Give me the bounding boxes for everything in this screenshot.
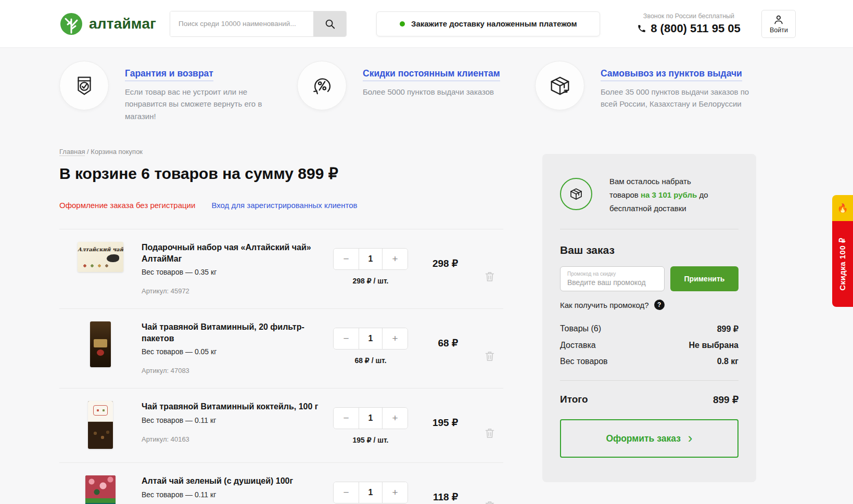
quantity-plus-button[interactable]: + [383,328,408,349]
package-artwork [93,405,108,416]
trash-icon [485,500,495,504]
package-contents [91,429,110,445]
login-button[interactable]: Войти [761,10,796,38]
breadcrumb-home[interactable]: Главная [59,148,85,156]
product-name[interactable]: Чай травяной Витаминный, 20 фильтр-пакет… [142,321,322,344]
registered-login-link[interactable]: Вход для зарегистрированных клиентов [211,201,357,210]
logo-text: алтаймаг [89,16,156,32]
product-image-1[interactable]: Алтайский чай [78,242,123,272]
percent-refresh-icon [297,61,347,110]
product-name[interactable]: Алтай чай зеленый (с душицей) 100г [142,475,322,487]
guest-checkout-link[interactable]: Оформление заказа без регистрации [59,201,195,210]
search-button[interactable] [313,11,346,36]
package-artwork [85,475,116,498]
quantity-minus-button[interactable]: − [334,408,359,429]
remove-item-button[interactable] [485,418,495,449]
product-sku: Артикул: 47083 [142,367,322,374]
unit-price: 298 ₽ / шт. [333,277,408,285]
trash-icon [485,271,495,282]
free-delivery-text: Вам осталось набрать товаров на 3 101 ру… [609,175,721,215]
quantity-value: 1 [359,249,383,269]
product-sku: Артикул: 45972 [142,287,322,295]
promo-input[interactable] [567,278,657,287]
order-summary-panel: Вам осталось набрать товаров на 3 101 ру… [542,154,756,482]
feature-pickup-link[interactable]: Самовывоз из пунктов выдачи [601,68,742,81]
shield-check-icon [59,61,109,110]
quantity-minus-button[interactable]: − [334,249,359,269]
header: алтаймаг Закажите доставку наложенным пл… [0,0,853,48]
product-weight: Вес товаров — 0.05 кг [142,347,322,356]
promo-field[interactable]: Промокод на скидку [560,266,665,291]
cod-delivery-notice[interactable]: Закажите доставку наложенным платежом [376,11,600,36]
promo-help: Как получить промокод? ? [560,300,739,310]
product-image-3[interactable] [88,401,113,449]
login-label: Войти [770,27,788,34]
free-delivery-amount: на 3 101 рубль [641,190,697,199]
apply-promo-button[interactable]: Применить [670,266,739,291]
auth-links: Оформление заказа без регистрации Вход д… [59,201,357,210]
breadcrumb-separator: / [87,148,89,156]
unit-price: 68 ₽ / шт. [333,356,408,365]
quantity-minus-button[interactable]: − [334,328,359,349]
summary-value: Не выбрана [689,341,739,350]
summary-row-delivery: Доставка Не выбрана [560,341,739,350]
search-bar [170,11,347,37]
cart-list: Алтайский чай Подарочный набор чая «Алта… [59,229,503,504]
product-image-2[interactable] [90,321,111,367]
phone-note: Звонок по России бесплатный [632,12,745,20]
quantity-plus-button[interactable]: + [383,408,408,429]
total-value: 899 ₽ [713,394,739,406]
total-row: Итого 899 ₽ [560,394,739,406]
feature-warranty: Гарантия и возврат Если товар вас не уст… [59,61,297,122]
feature-discounts: Скидки постоянным клиентам Более 5000 пу… [297,61,535,122]
remove-item-button[interactable] [485,259,495,295]
logo[interactable]: алтаймаг [59,12,170,36]
product-image-1-text: Алтайский чай [78,247,123,252]
quantity-minus-button[interactable]: − [334,482,359,503]
cart-row-1: Алтайский чай Подарочный набор чая «Алта… [59,229,503,308]
divider [560,380,739,381]
features-row: Гарантия и возврат Если товар вас не уст… [59,61,759,122]
phone-icon [637,24,646,33]
quantity-stepper: − 1 + [333,328,408,350]
discount-side-banner[interactable]: 🔥 Скидка 100 ₽ [832,195,853,307]
summary-label: Вес товаров [560,357,608,366]
remove-item-button[interactable] [485,338,495,374]
promo-field-label: Промокод на скидку [567,271,657,277]
feature-discounts-link[interactable]: Скидки постоянным клиентам [363,68,500,81]
package-artwork [97,350,104,356]
product-weight: Вес товаров — 0.11 кг [142,490,322,499]
line-total: 118 ₽ [406,475,463,504]
promo-help-text[interactable]: Как получить промокод? [560,301,649,309]
quantity-plus-button[interactable]: + [383,249,408,269]
quantity-plus-button[interactable]: + [383,482,408,503]
phone-link[interactable]: 8 (800) 511 95 05 [632,22,745,35]
feature-warranty-desc: Если товар вас не устроит или не понрави… [125,86,281,122]
fire-icon: 🔥 [832,195,853,221]
breadcrumb: Главная / Корзина покупок [59,148,143,156]
unit-price: 195 ₽ / шт. [333,436,408,444]
question-mark-icon[interactable]: ? [654,300,665,310]
quantity-stepper: − 1 + [333,248,408,270]
summary-rows: Товары (6) 899 ₽ Доставка Не выбрана Вес… [560,324,739,366]
checkout-button[interactable]: Оформить заказ › [560,419,739,458]
product-image-4[interactable]: ЧАЙ [85,475,116,504]
page-title: В корзине 6 товаров на сумму 899 ₽ [59,164,338,183]
feature-discounts-desc: Более 5000 пунктов выдачи заказов [363,86,500,98]
trash-icon [485,428,495,439]
search-input[interactable] [170,11,313,36]
feature-warranty-link[interactable]: Гарантия и возврат [125,68,213,81]
package-label [94,339,107,347]
summary-row-items: Товары (6) 899 ₽ [560,324,739,334]
quantity-value: 1 [359,408,383,429]
package-strip [85,498,116,503]
remove-item-button[interactable] [485,492,495,504]
summary-value: 899 ₽ [717,324,739,334]
quantity-stepper: − 1 + [333,407,408,429]
summary-label: Доставка [560,341,596,350]
product-name[interactable]: Подарочный набор чая «Алтайский чай» Алт… [142,242,322,264]
status-dot-icon [400,21,405,27]
quantity-value: 1 [359,482,383,503]
feature-pickup-desc: Более 35 000 пунктов выдачи заказов по в… [601,86,759,110]
product-name[interactable]: Чай травяной Витаминный коктейль, 100 г [142,401,322,412]
